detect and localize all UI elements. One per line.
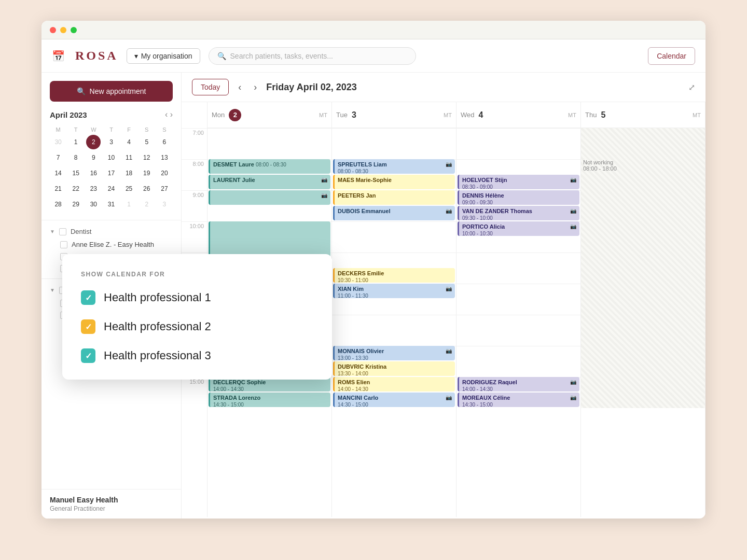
appt-rodriguez[interactable]: 📷 RODRIGUEZ Raquel 14:00 - 14:30 [458, 377, 579, 391]
minimize-dot[interactable] [60, 27, 66, 33]
appt-hoelvoet[interactable]: 📷 HOELVOET Stijn 08:30 - 09:00 [458, 175, 579, 189]
next-week-button[interactable]: › [251, 80, 260, 95]
cal-day-2-next[interactable]: 2 [140, 197, 154, 212]
expand-dot[interactable] [71, 27, 77, 33]
appt-desmet-name: DESMET Laure [213, 161, 254, 167]
appt-laurent[interactable]: 📷 LAURENT Julie [209, 175, 330, 189]
show-calendar-dropdown[interactable]: SHOW CALENDAR FOR ✓ Health professional … [62, 254, 332, 380]
appt-peeters[interactable]: PEETERS Jan [333, 190, 455, 205]
day-body-tue: 📷 SPREUTELS Liam 08:00 - 08:30 MAES Mari… [332, 128, 456, 408]
appt-xian[interactable]: 📷 XIAN Kim 11:00 - 11:30 [333, 284, 455, 298]
hp2-label: Health professional 2 [104, 320, 211, 333]
next-month-button[interactable]: › [170, 110, 173, 119]
appt-monnais[interactable]: 📷 MONNAIS Olivier 13:00 - 13:30 [333, 346, 455, 360]
appt-moreaux[interactable]: 📷 MOREAUX Céline 14:30 - 15:00 [458, 393, 579, 407]
day-header-tue: Tue 3 MT [332, 102, 456, 128]
cal-day-4[interactable]: 4 [122, 135, 136, 149]
plus-icon: 🔍 [77, 87, 86, 95]
appt-vandezander[interactable]: 📷 VAN DE ZANDER Thomas 09:30 - 10:00 [458, 206, 579, 220]
appt-mon-3[interactable]: 📷 [209, 190, 330, 205]
cal-day-12[interactable]: 12 [140, 150, 154, 165]
cal-day-5[interactable]: 5 [140, 135, 154, 149]
appt-strada[interactable]: STRADA Lorenzo 14:30 - 15:00 [209, 393, 330, 407]
cal-day-24[interactable]: 24 [104, 181, 118, 196]
cal-day-14[interactable]: 14 [51, 166, 65, 180]
cal-day-30[interactable]: 30 [86, 197, 101, 212]
hp1-item[interactable]: ✓ Health professional 1 [81, 290, 313, 305]
cal-day-11[interactable]: 11 [122, 150, 136, 165]
cal-day-1-next[interactable]: 1 [122, 197, 136, 212]
cam-icon-monnais: 📷 [446, 347, 452, 354]
org-selector-button[interactable]: ▾ My organisation [127, 48, 200, 64]
cal-day-29[interactable]: 29 [68, 197, 83, 212]
mini-cal-header: April 2023 ‹ › [50, 110, 173, 119]
appt-dubvric[interactable]: DUBVRIC Kristina 13:30 - 14:00 [333, 361, 455, 376]
day-num-mon: 2 [229, 109, 241, 121]
day-col-thu: Thu 5 MT Not working 08:00 - 18:00 [581, 102, 706, 517]
hp1-checkbox[interactable]: ✓ [81, 290, 95, 305]
appt-dubois[interactable]: 📷 DUBOIS Emmanuel [333, 206, 455, 220]
cal-day-9[interactable]: 9 [86, 150, 101, 165]
appt-spreutels-time: 08:00 - 08:30 [338, 168, 452, 174]
calendar-view-button[interactable]: Calendar [648, 47, 695, 65]
expand-button[interactable]: ⤢ [688, 82, 695, 92]
cal-day-16[interactable]: 16 [86, 166, 101, 180]
dentist-item-1[interactable]: Anne Elise Z. - Easy Health [42, 239, 181, 250]
cal-day-19[interactable]: 19 [140, 166, 154, 180]
day-header-s2: S [156, 125, 173, 134]
cal-day-28[interactable]: 28 [51, 197, 65, 212]
cal-title: Friday April 02, 2023 [266, 82, 356, 93]
appt-desmet[interactable]: DESMET Laure 08:00 - 08:30 [209, 159, 330, 174]
cal-day-26[interactable]: 26 [140, 181, 154, 196]
appt-monnais-time: 13:00 - 13:30 [338, 355, 452, 360]
cal-day-3-next[interactable]: 3 [157, 197, 172, 212]
prev-month-button[interactable]: ‹ [165, 110, 168, 119]
cal-day-23[interactable]: 23 [86, 181, 101, 196]
not-working-label: Not working 08:00 - 18:00 [583, 159, 617, 172]
hp2-checkbox[interactable]: ✓ [81, 319, 95, 334]
today-button[interactable]: Today [192, 79, 229, 95]
cal-day-8[interactable]: 8 [68, 150, 83, 165]
appt-spreutels-name: SPREUTELS Liam [338, 161, 387, 167]
cal-day-7[interactable]: 7 [51, 150, 65, 165]
org-label: My organisation [141, 52, 192, 60]
appt-mancini[interactable]: 📷 MANCINI Carlo 14:30 - 15:00 [333, 393, 455, 407]
cal-day-3[interactable]: 3 [104, 135, 118, 149]
cal-day-20[interactable]: 20 [157, 166, 172, 180]
cal-day-27[interactable]: 27 [157, 181, 172, 196]
dentist-group-header[interactable]: ▼ Dentist [42, 225, 181, 239]
appt-portico[interactable]: 📷 PORTICO Alicia 10:00 - 10:30 [458, 221, 579, 236]
cal-day-10[interactable]: 10 [104, 150, 118, 165]
appt-dennis[interactable]: DENNIS Hélène 09:00 - 09:30 [458, 190, 579, 205]
new-appointment-button[interactable]: 🔍 New appointment [50, 81, 173, 102]
cal-day-2[interactable]: 2 [86, 135, 101, 149]
cal-day-18[interactable]: 18 [122, 166, 136, 180]
appt-maes[interactable]: MAES Marie-Sophie [333, 175, 455, 189]
cal-day-1[interactable]: 1 [68, 135, 83, 149]
cal-day-17[interactable]: 17 [104, 166, 118, 180]
hp3-item[interactable]: ✓ Health professional 3 [81, 348, 313, 363]
close-dot[interactable] [50, 27, 56, 33]
dentist-checkbox[interactable] [59, 228, 66, 235]
cam-icon-xian: 📷 [446, 285, 452, 292]
hp2-item[interactable]: ✓ Health professional 2 [81, 319, 313, 334]
cam-icon-laurent: 📷 [321, 176, 327, 183]
search-bar[interactable]: 🔍 Search patients, tasks, events... [209, 47, 416, 65]
cal-day-21[interactable]: 21 [51, 181, 65, 196]
dentist-item-1-checkbox[interactable] [60, 241, 67, 248]
cal-day-6[interactable]: 6 [157, 135, 172, 149]
appt-roms[interactable]: ROMS Elien 14:00 - 14:30 [333, 377, 455, 391]
cal-day-25[interactable]: 25 [122, 181, 136, 196]
cal-day-31[interactable]: 31 [104, 197, 118, 212]
appt-spreutels[interactable]: 📷 SPREUTELS Liam 08:00 - 08:30 [333, 159, 455, 174]
cal-day-13[interactable]: 13 [157, 150, 172, 165]
appt-dubois-name: DUBOIS Emmanuel [338, 208, 390, 214]
time-8: 8:00 [182, 159, 207, 190]
prev-week-button[interactable]: ‹ [235, 80, 244, 95]
hp3-checkbox[interactable]: ✓ [81, 348, 95, 363]
cal-day-15[interactable]: 15 [68, 166, 83, 180]
mini-cal-grid: M T W T F S S 30 1 2 3 4 5 6 7 [50, 125, 173, 212]
cal-day-22[interactable]: 22 [68, 181, 83, 196]
cal-day-30-prev[interactable]: 30 [51, 135, 65, 149]
appt-deckers[interactable]: DECKERS Emilie 10:30 - 11:00 [333, 268, 455, 283]
